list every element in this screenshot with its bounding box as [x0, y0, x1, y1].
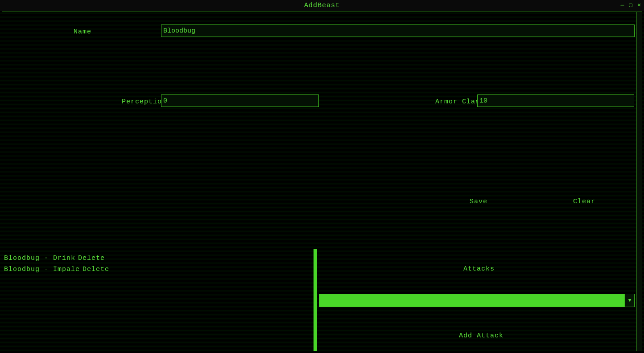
close-icon[interactable]: ✕ [637, 1, 641, 8]
attack-delete-link[interactable]: Delete [83, 266, 109, 273]
add-attack-button[interactable]: Add Attack [459, 332, 504, 340]
chevron-down-icon[interactable]: ▼ [625, 294, 635, 307]
save-button[interactable]: Save [470, 198, 487, 205]
content-frame: Name Perception Armor Class Save Clear B… [2, 12, 642, 351]
lower-panel: Bloodbug - Drink Delete Bloodbug - Impal… [2, 249, 636, 351]
list-item: Bloodbug - Impale Delete [4, 266, 312, 273]
perception-input[interactable] [161, 94, 319, 107]
attacks-list: Bloodbug - Drink Delete Bloodbug - Impal… [4, 254, 312, 277]
attack-entry-label[interactable]: Bloodbug - Impale [4, 266, 80, 273]
window-controls: — ▢ ✕ [621, 1, 641, 8]
attack-entry-label[interactable]: Bloodbug - Drink [4, 254, 75, 262]
titlebar: AddBeast — ▢ ✕ [0, 0, 644, 11]
vertical-divider [314, 249, 317, 351]
attack-delete-link[interactable]: Delete [78, 254, 105, 262]
attacks-heading: Attacks [463, 265, 495, 273]
name-label: Name [74, 28, 91, 36]
window-title: AddBeast [304, 2, 340, 9]
list-item: Bloodbug - Drink Delete [4, 254, 312, 262]
maximize-icon[interactable]: ▢ [629, 1, 633, 8]
minimize-icon[interactable]: — [621, 2, 625, 8]
clear-button[interactable]: Clear [573, 198, 595, 205]
name-input[interactable] [161, 25, 635, 37]
perception-label: Perception [122, 98, 166, 106]
combobox-value[interactable] [319, 294, 625, 307]
attacks-combobox[interactable]: ▼ [319, 294, 635, 307]
armorclass-input[interactable] [477, 94, 634, 107]
